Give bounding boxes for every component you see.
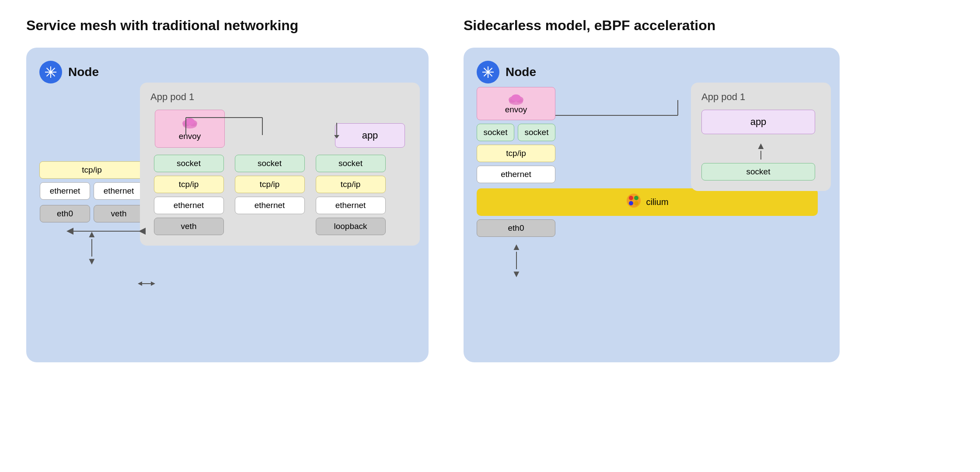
right-socket-row: socket socket (477, 124, 555, 141)
left-node-text: Node (68, 65, 99, 79)
pod-col1-veth: veth (154, 218, 224, 235)
right-cilium-label: cilium (646, 197, 668, 207)
pod-col1-tcpip: tcp/ip (154, 176, 224, 193)
svg-marker-18 (138, 281, 142, 286)
svg-point-31 (634, 196, 638, 200)
right-eth0: eth0 (477, 219, 555, 237)
right-socket2: socket (518, 124, 555, 141)
pod-col2-socket: socket (235, 155, 305, 172)
right-ethernet: ethernet (477, 166, 555, 183)
right-tcpip: tcp/ip (477, 145, 555, 162)
outside-ethernet1: ethernet (40, 182, 90, 200)
right-cilium-bar: cilium (477, 188, 818, 216)
right-app-pod-label: App pod 1 (701, 91, 820, 103)
pod-col3-socket: socket (316, 155, 386, 172)
cilium-icon (626, 193, 642, 212)
outside-ethernet-row: ethernet ethernet (40, 182, 144, 200)
svg-point-32 (629, 201, 633, 205)
right-pod-app: app (701, 110, 815, 134)
svg-point-9 (185, 118, 195, 125)
outside-bottom-row: eth0 veth (40, 205, 144, 222)
left-diagram-title: Service mesh with traditional networking (26, 17, 429, 34)
pod-col1-socket: socket (154, 155, 224, 172)
left-diagram-section: Service mesh with traditional networking (26, 17, 429, 362)
right-envoy: envoy (477, 87, 555, 120)
svg-point-29 (627, 194, 641, 208)
pod-envoy: envoy (155, 110, 225, 148)
right-k8s-icon (477, 61, 499, 83)
right-node-box: Node envoy (464, 48, 840, 362)
pod-col3-ethernet: ethernet (316, 197, 386, 214)
left-app-pod-label: App pod 1 (150, 91, 409, 103)
left-node-box: Node tcp/ip ethernet ethernet eth0 veth … (26, 48, 429, 362)
right-diagram-title: Sidecarless model, eBPF acceleration (464, 17, 840, 34)
diagrams-container: Service mesh with traditional networking (26, 17, 954, 362)
outside-arrow: ▲ ▼ (87, 229, 97, 266)
pod-col2-ethernet: ethernet (235, 197, 305, 214)
pod-col3-loopback: loopback (316, 218, 386, 235)
pod-col3: socket tcp/ip ethernet loopback (312, 155, 389, 235)
left-node-label: Node (39, 61, 415, 83)
pod-col1-ethernet: ethernet (154, 197, 224, 214)
outside-ethernet2: ethernet (94, 182, 144, 200)
right-pod-arrow-up: ▲ (701, 141, 820, 160)
pod-envoy-label: envoy (179, 132, 201, 141)
right-socket1: socket (477, 124, 514, 141)
svg-point-33 (634, 201, 638, 205)
right-pod-socket: socket (701, 163, 815, 180)
pod-top-row: envoy app (150, 110, 409, 148)
pod-col3-tcpip: tcp/ip (316, 176, 386, 193)
right-app-pod: App pod 1 app ▲ socket (691, 83, 831, 191)
outside-tcpip: tcp/ip (39, 161, 144, 179)
outside-eth0: eth0 (40, 205, 90, 222)
outside-veth: veth (94, 205, 144, 222)
right-diagram-section: Sidecarless model, eBPF acceleration (464, 17, 840, 362)
pod-col2-tcpip: tcp/ip (235, 176, 305, 193)
left-outside-stack: tcp/ip ethernet ethernet eth0 veth ▲ ▼ (39, 161, 144, 266)
right-outside-arrow: ▲ ▼ (512, 242, 521, 279)
pod-app: app (335, 123, 405, 148)
svg-point-28 (511, 94, 521, 101)
left-app-pod: App pod 1 (140, 83, 420, 246)
svg-marker-17 (151, 281, 155, 286)
left-k8s-icon (39, 61, 62, 83)
right-envoy-label: envoy (505, 105, 527, 115)
pod-col1: socket tcp/ip ethernet veth (150, 155, 227, 235)
right-node-label: Node (477, 61, 827, 83)
svg-point-30 (629, 196, 633, 200)
pod-col2: socket tcp/ip ethernet (231, 155, 308, 235)
right-node-text: Node (506, 65, 536, 79)
pod-cols: socket tcp/ip ethernet veth socket tcp/i… (150, 155, 409, 235)
